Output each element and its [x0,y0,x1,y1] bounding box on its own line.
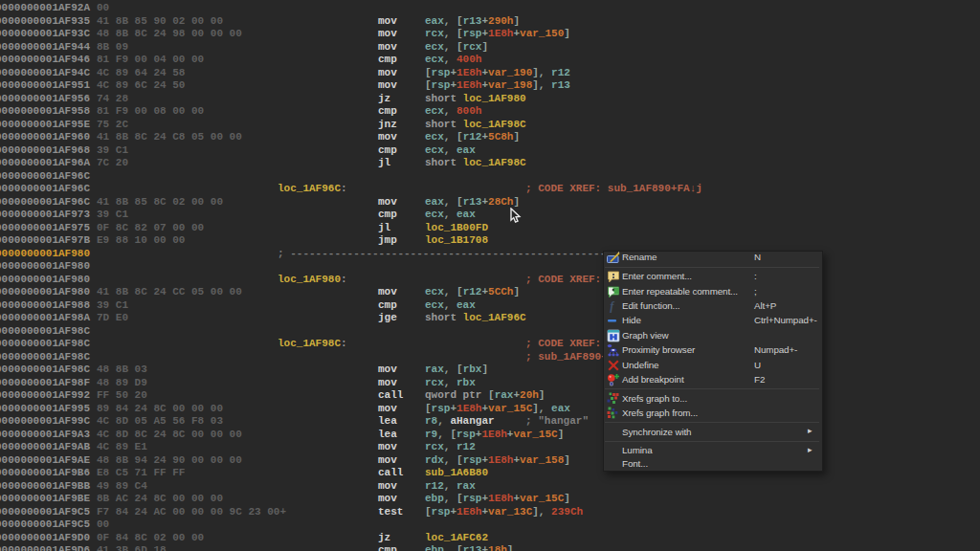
svg-text:f: f [610,299,614,313]
